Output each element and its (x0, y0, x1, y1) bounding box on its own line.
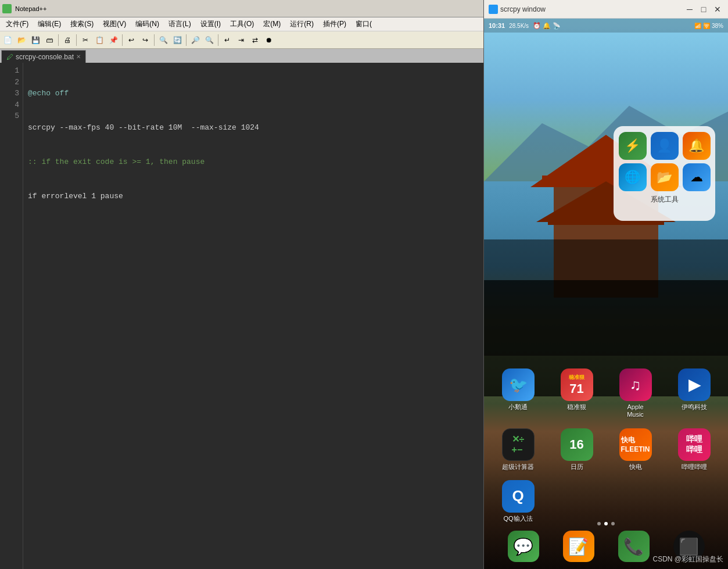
menu-language[interactable]: 语言(L) (165, 18, 195, 30)
menu-edit[interactable]: 编辑(E) (34, 18, 64, 30)
menu-search[interactable]: 搜索(S) (67, 18, 97, 30)
menu-tools[interactable]: 工具(O) (227, 18, 257, 30)
dock-notes[interactable]: 📝 (563, 531, 594, 562)
dot-2 (604, 522, 608, 525)
toolbar-cut[interactable]: ✂ (79, 34, 92, 46)
menu-macro[interactable]: 宏(M) (260, 18, 284, 30)
toolbar-new[interactable]: 📄 (1, 34, 14, 46)
status-right-icons: 📶 🛜 38% (694, 23, 723, 29)
sys-app-1[interactable]: ⚡ (618, 132, 647, 160)
menu-run[interactable]: 运行(R) (286, 18, 317, 30)
dock-wechat[interactable]: 💬 (508, 531, 539, 562)
app-calculator[interactable]: ✕÷+− 超级计算器 (490, 428, 546, 471)
toolbar-indent[interactable]: ⇥ (235, 34, 248, 46)
app-kuaidian[interactable]: 快电FLEETIN 快电 (607, 428, 664, 471)
sys-app-5[interactable]: 📂 (650, 163, 679, 191)
window-controls: ─ □ ✕ (684, 3, 723, 15)
app-xiaoe[interactable]: 🐦 小鹅通 (490, 368, 546, 418)
code-area[interactable]: @echo off scrcpy --max-fps 40 --bit-rate… (23, 63, 483, 569)
editor-toolbar: 📄 📂 💾 🗃 🖨 ✂ 📋 📌 ↩ ↪ 🔍 🔄 🔎 🔍 ↵ ⇥ ⇄ ⏺ (0, 31, 483, 49)
calc-symbol: ✕÷+− (512, 434, 525, 455)
close-button[interactable]: ✕ (712, 3, 723, 15)
separator-5 (186, 34, 187, 46)
toolbar-sync[interactable]: ⇄ (249, 34, 261, 46)
phone-titlebar: scrcpy window ─ □ ✕ (484, 0, 728, 19)
toolbar-copy[interactable]: 📋 (93, 34, 106, 46)
system-tools-folder[interactable]: ⚡ 👤 🔔 🌐 📂 ☁ 系统工具 (614, 126, 715, 221)
app-icon-calc: ✕÷+− (502, 428, 535, 461)
toolbar-zoom-in[interactable]: 🔎 (189, 34, 202, 46)
line-numbers: 1 2 3 4 5 (0, 63, 23, 569)
sys-tools-grid: ⚡ 👤 🔔 🌐 📂 ☁ (618, 132, 711, 191)
app-icon-calendar: 16 (561, 428, 593, 461)
app-wenzhunhen[interactable]: 稳准狠 71 稳准狠 (548, 368, 605, 418)
sys-app-6[interactable]: ☁ (682, 163, 711, 191)
toolbar-undo[interactable]: ↩ (125, 34, 138, 46)
editor-tabs: 🖊 scrcpy-console.bat ✕ (0, 49, 483, 63)
status-time: 10:31 (489, 22, 505, 29)
menu-plugins[interactable]: 插件(P) (320, 18, 350, 30)
minimize-button[interactable]: ─ (684, 3, 695, 15)
editor-content[interactable]: 1 2 3 4 5 @echo off scrcpy --max-fps 40 … (0, 63, 483, 569)
toolbar-zoom-out[interactable]: 🔍 (203, 34, 216, 46)
menu-file[interactable]: 文件(F) (2, 18, 32, 30)
menu-view[interactable]: 视图(V) (99, 18, 130, 30)
phone-status-bar: 10:31 28.5K/s ⏰ 🔔 📡 📶 🛜 38% (484, 19, 728, 33)
menu-settings[interactable]: 设置(I) (197, 18, 224, 30)
app-sublabel: 稳准狠 (569, 374, 584, 381)
sys-icon-1: ⚡ (619, 132, 647, 160)
editor-tab-active[interactable]: 🖊 scrcpy-console.bat ✕ (1, 50, 86, 63)
editor-titlebar: Notepad++ (0, 0, 483, 17)
signal-icon: 📶 (694, 23, 701, 29)
app-icon-music: ♫ (619, 368, 652, 401)
app-yiming[interactable]: ▶ 伊鸣科技 (666, 368, 722, 418)
toolbar-save[interactable]: 💾 (29, 34, 42, 46)
tab-filename: scrcpy-console.bat (16, 53, 74, 61)
app-label-calendar: 日历 (571, 463, 583, 471)
app-bilibili[interactable]: 哔哩哔哩 哔哩哔哩 (666, 428, 722, 471)
sys-icon-4: 🌐 (619, 163, 647, 191)
app-label-kuai: 快电 (629, 463, 642, 471)
code-line-3: :: if the exit code is >= 1, then pause (28, 156, 479, 168)
sys-app-2[interactable]: 👤 (650, 132, 679, 160)
maximize-button[interactable]: □ (698, 3, 709, 15)
menu-encode[interactable]: 编码(N) (132, 18, 163, 30)
tab-icon: 🖊 (6, 53, 13, 61)
sys-app-4[interactable]: 🌐 (618, 163, 647, 191)
code-line-5 (28, 225, 479, 237)
phone-panel: scrcpy window ─ □ ✕ (484, 0, 728, 569)
battery-text: 38% (712, 23, 723, 29)
app-icon-qq: Q (502, 480, 535, 513)
toolbar-redo[interactable]: ↪ (139, 34, 152, 46)
toolbar-macro[interactable]: ⏺ (263, 34, 275, 46)
sys-icon-2: 👤 (651, 132, 679, 160)
menu-window[interactable]: 窗口( (352, 18, 375, 30)
app-qqinput[interactable]: Q QQ输入法 (490, 480, 546, 523)
toolbar-wrap[interactable]: ↵ (221, 34, 234, 46)
app-number: 71 (569, 381, 583, 396)
app-icon-yiming: ▶ (678, 368, 711, 401)
code-line-2: scrcpy --max-fps 40 --bit-rate 10M --max… (28, 122, 479, 134)
app-icon-kuai: 快电FLEETIN (619, 428, 652, 461)
app-label-yiming: 伊鸣科技 (682, 403, 707, 411)
toolbar-paste[interactable]: 📌 (107, 34, 120, 46)
toolbar-replace[interactable]: 🔄 (171, 34, 184, 46)
app-label-calc: 超级计算器 (502, 463, 534, 471)
phone-screen[interactable]: 10:31 28.5K/s ⏰ 🔔 📡 📶 🛜 38% ⚡ 👤 (484, 19, 728, 569)
separator-4 (154, 34, 155, 46)
app-icon-bili: 哔哩哔哩 (678, 428, 711, 461)
editor-menubar: 文件(F) 编辑(E) 搜索(S) 视图(V) 编码(N) 语言(L) 设置(I… (0, 17, 483, 31)
dock-phone[interactable]: 📞 (618, 531, 650, 562)
app-grid: 🐦 小鹅通 稳准狠 71 稳准狠 ♫ AppleMusic ▶ 伊鸣科技 (484, 368, 728, 523)
toolbar-print[interactable]: 🖨 (61, 34, 74, 46)
app-apple-music[interactable]: ♫ AppleMusic (607, 368, 664, 418)
sys-app-3[interactable]: 🔔 (682, 132, 711, 160)
toolbar-find[interactable]: 🔍 (157, 34, 170, 46)
sys-icon-3: 🔔 (683, 132, 711, 160)
dot-1 (597, 522, 601, 525)
tab-close-btn[interactable]: ✕ (76, 53, 81, 60)
separator-6 (218, 34, 218, 46)
toolbar-saveall[interactable]: 🗃 (43, 34, 56, 46)
app-calendar[interactable]: 16 日历 (548, 428, 605, 471)
toolbar-open[interactable]: 📂 (15, 34, 28, 46)
